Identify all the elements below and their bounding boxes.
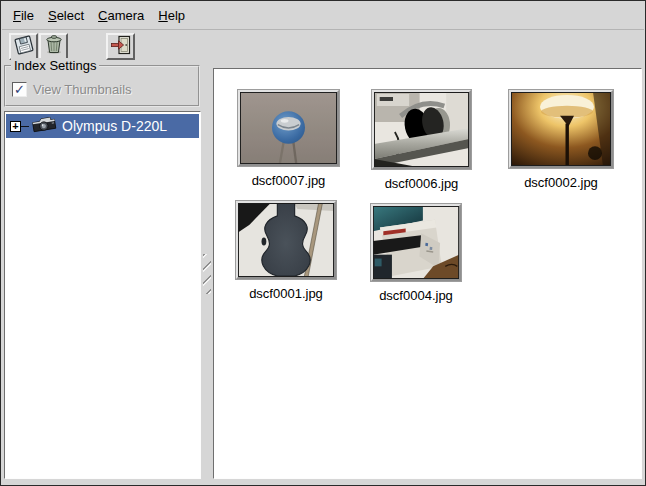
thumbnail-cell: dscf0006.jpg: [372, 90, 471, 191]
thumbnail-cell: dscf0007.jpg: [238, 90, 339, 188]
save-icon: [13, 34, 35, 60]
thumbnail-cell: dscf0004.jpg: [371, 204, 461, 303]
tree-expander-icon[interactable]: +: [10, 121, 21, 132]
exit-button[interactable]: [106, 33, 135, 60]
photo-floor-lamp: [511, 92, 611, 166]
view-thumbnails-label: View Thumbnails: [33, 82, 132, 97]
photo-headphones: [374, 92, 469, 167]
menu-select[interactable]: Select: [41, 5, 91, 26]
app-window: File Select Camera Help: [0, 0, 646, 486]
thumbnail-cell: dscf0002.jpg: [509, 90, 613, 190]
index-settings-frame: Index Settings ✓ View Thumbnails: [4, 65, 200, 107]
thumbnail-cell: dscf0001.jpg: [236, 201, 336, 301]
thumbnail-dscf0002[interactable]: [509, 90, 613, 168]
menu-help[interactable]: Help: [151, 5, 192, 26]
tree-item-label: Olympus D-220L: [62, 118, 167, 134]
exit-icon: [110, 34, 132, 60]
splitter-grip-icon[interactable]: [203, 254, 211, 294]
tree-connector: [21, 126, 29, 127]
camera-icon: [30, 115, 58, 137]
photo-blue-component: [240, 92, 337, 164]
thumbnail-filename: dscf0002.jpg: [524, 175, 598, 190]
thumbnail-filename: dscf0007.jpg: [252, 173, 326, 188]
thumbnail-filename: dscf0004.jpg: [379, 288, 453, 303]
thumbnail-panel: dscf0007.jpg: [213, 68, 642, 479]
photo-printer: [373, 206, 459, 279]
pane-splitter[interactable]: [201, 68, 213, 479]
tree-row-olympus[interactable]: + Olympus D-220L: [6, 114, 199, 138]
view-thumbnails-checkbox[interactable]: ✓: [12, 82, 27, 97]
menu-file[interactable]: File: [6, 5, 41, 26]
menu-camera[interactable]: Camera: [91, 5, 151, 26]
photo-guitar-case: [238, 203, 334, 277]
thumbnail-dscf0006[interactable]: [372, 90, 471, 169]
thumbnail-filename: dscf0006.jpg: [385, 176, 459, 191]
trash-icon: [43, 34, 65, 60]
view-thumbnails-row: ✓ View Thumbnails: [12, 82, 132, 97]
camera-tree: + Olympus D-220L: [4, 111, 201, 479]
menu-bar: File Select Camera Help: [2, 2, 644, 30]
delete-button[interactable]: [39, 33, 68, 60]
save-button[interactable]: [9, 33, 38, 60]
index-settings-title: Index Settings: [11, 58, 99, 73]
thumbnail-dscf0004[interactable]: [371, 204, 461, 281]
thumbnail-filename: dscf0001.jpg: [249, 286, 323, 301]
thumbnail-dscf0001[interactable]: [236, 201, 336, 279]
thumbnail-dscf0007[interactable]: [238, 90, 339, 166]
